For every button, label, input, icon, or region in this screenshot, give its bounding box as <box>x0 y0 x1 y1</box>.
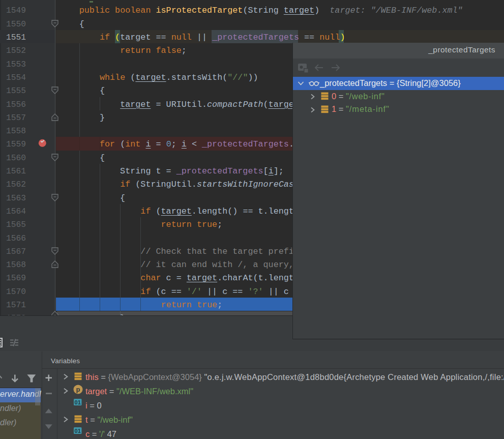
svg-text:p: p <box>76 386 80 393</box>
svg-text:01: 01 <box>75 399 81 405</box>
svg-text:01: 01 <box>75 428 81 434</box>
